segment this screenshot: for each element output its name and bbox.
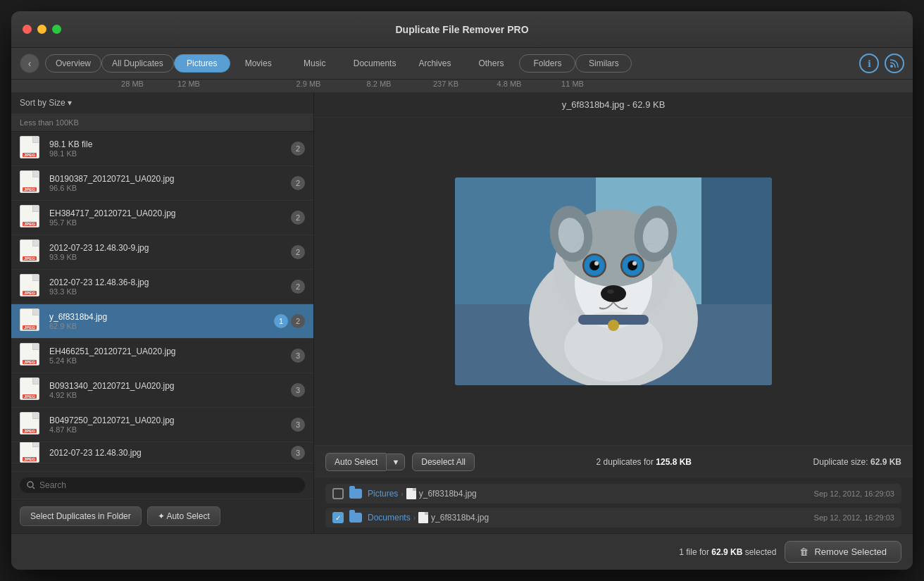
file-type-icon: JPEG xyxy=(20,136,42,161)
toolbar: ‹ Overview All Duplicates Pictures Movie… xyxy=(11,48,913,80)
file-size: 62.9 KB xyxy=(49,322,274,330)
file-name: B0190387_20120721_UA020.jpg xyxy=(49,174,291,184)
select-duplicates-button[interactable]: Select Duplicates in Folder xyxy=(20,506,142,526)
list-item[interactable]: JPEG 98.1 KB file 98.1 KB 2 xyxy=(11,132,313,166)
file-info: B0190387_20120721_UA020.jpg 96.6 KB xyxy=(49,174,291,192)
file-type-icon: JPEG xyxy=(20,239,42,265)
file-size: 93.9 KB xyxy=(49,253,291,261)
size-labels: 28 MB 12 MB 2.9 MB 8.2 MB 237 KB 4.8 MB … xyxy=(104,80,904,88)
list-item[interactable]: JPEG B0931340_20120721_UA020.jpg 4.92 KB… xyxy=(11,373,313,408)
size-pictures: 28 MB xyxy=(104,80,161,88)
file-size: 98.1 KB xyxy=(49,149,291,158)
location-row[interactable]: Pictures › y_6f8318b4.jpg Sep 12, 2012, … xyxy=(325,484,901,504)
auto-select-button[interactable]: ✦ Auto Select xyxy=(147,506,220,526)
size-music xyxy=(217,80,273,88)
duplicate-badge: 2 xyxy=(291,176,305,190)
size-folders: 4.8 MB xyxy=(477,80,541,88)
preview-header: y_6f8318b4.jpg - 62.9 KB xyxy=(314,92,913,118)
auto-select-button[interactable]: Auto Select xyxy=(325,453,386,471)
badge-selected: 1 xyxy=(274,314,288,328)
file-name: EH466251_20120721_UA020.jpg xyxy=(49,346,291,356)
rss-button[interactable] xyxy=(885,54,904,73)
file-info: y_6f8318b4.jpg 62.9 KB xyxy=(49,312,274,330)
file-list[interactable]: JPEG 98.1 KB file 98.1 KB 2 JPEG B019038… xyxy=(11,132,313,471)
file-size: 95.7 KB xyxy=(49,218,291,227)
file-type-icon: JPEG xyxy=(20,205,42,230)
size-similars: 11 MB xyxy=(541,80,604,88)
tab-music[interactable]: Music xyxy=(287,54,343,73)
location-date-1: Sep 12, 2012, 16:29:03 xyxy=(814,489,894,498)
sort-button[interactable]: Sort by Size ▾ xyxy=(20,98,305,108)
list-item[interactable]: JPEG 2012-07-23 12.48.30-9.jpg 93.9 KB 2 xyxy=(11,235,313,270)
search-icon xyxy=(27,481,35,489)
file-info: 98.1 KB file 98.1 KB xyxy=(49,139,291,158)
svg-point-21 xyxy=(594,261,599,265)
deselect-all-button[interactable]: Deselect All xyxy=(412,453,475,471)
status-bar: 1 file for 62.9 KB selected 🗑 Remove Sel… xyxy=(11,533,913,570)
location-checkbox-1[interactable] xyxy=(332,488,344,499)
file-info: EH466251_20120721_UA020.jpg 5.24 KB xyxy=(49,346,291,365)
remove-selected-button[interactable]: 🗑 Remove Selected xyxy=(785,541,901,563)
list-item[interactable]: JPEG B0497250_20120721_UA020.jpg 4.87 KB… xyxy=(11,408,313,442)
list-item-selected[interactable]: JPEG y_6f8318b4.jpg 62.9 KB 1 2 xyxy=(11,304,313,339)
auto-select-dropdown[interactable]: ▼ xyxy=(386,454,405,470)
file-info: EH384717_20120721_UA020.jpg 95.7 KB xyxy=(49,208,291,227)
list-item[interactable]: JPEG B0190387_20120721_UA020.jpg 96.6 KB… xyxy=(11,166,313,201)
file-type-icon: JPEG xyxy=(20,343,42,368)
duplicates-info: 2 duplicates for 125.8 KB xyxy=(482,457,806,467)
svg-point-0 xyxy=(890,65,893,68)
location-date-2: Sep 12, 2012, 16:29:03 xyxy=(814,513,894,522)
tab-folders[interactable]: Folders xyxy=(519,54,575,73)
duplicate-badge: 2 xyxy=(291,245,305,259)
size-documents: 2.9 MB xyxy=(273,80,344,88)
preview-area xyxy=(314,118,913,445)
file-info: 2012-07-23 12.48.30.jpg xyxy=(49,448,291,458)
tab-similars[interactable]: Similars xyxy=(575,54,632,73)
duplicate-controls: Auto Select ▼ Deselect All 2 duplicates … xyxy=(314,445,913,478)
svg-point-29 xyxy=(608,320,619,331)
main-content: Sort by Size ▾ Less than 100KB JPEG 98.1… xyxy=(11,92,913,533)
tab-documents[interactable]: Documents xyxy=(343,54,407,73)
duplicate-badge: 3 xyxy=(291,446,305,460)
size-others: 237 KB xyxy=(414,80,477,88)
tab-pictures[interactable]: Pictures xyxy=(174,54,230,73)
location-checkbox-2[interactable] xyxy=(332,512,344,523)
file-type-icon: JPEG xyxy=(20,274,42,299)
maximize-button[interactable] xyxy=(52,25,61,34)
duplicate-badge: 2 xyxy=(291,211,305,225)
minimize-button[interactable] xyxy=(37,25,46,34)
file-type-icon: JPEG xyxy=(20,170,42,196)
locations-list: Pictures › y_6f8318b4.jpg Sep 12, 2012, … xyxy=(314,478,913,533)
file-size: 4.87 KB xyxy=(49,425,291,434)
list-item[interactable]: JPEG 2012-07-23 12.48.36-8.jpg 93.3 KB 2 xyxy=(11,270,313,304)
file-doc-icon xyxy=(406,488,416,499)
file-info: 2012-07-23 12.48.36-8.jpg 93.3 KB xyxy=(49,277,291,296)
file-size: 4.92 KB xyxy=(49,391,291,399)
right-panel: y_6f8318b4.jpg - 62.9 KB xyxy=(314,92,913,533)
info-button[interactable]: ℹ xyxy=(859,54,879,73)
file-name: y_6f8318b4.jpg xyxy=(49,312,274,322)
tab-all-duplicates[interactable]: All Duplicates xyxy=(101,54,174,73)
location-row[interactable]: Documents › y_6f8318b4.jpg Sep 12, 2012,… xyxy=(325,508,901,527)
close-button[interactable] xyxy=(23,25,32,34)
tab-movies[interactable]: Movies xyxy=(230,54,287,73)
search-input[interactable] xyxy=(39,480,298,490)
tab-archives[interactable]: Archives xyxy=(406,54,463,73)
file-size: 96.6 KB xyxy=(49,184,291,192)
file-info: B0931340_20120721_UA020.jpg 4.92 KB xyxy=(49,381,291,399)
tab-others[interactable]: Others xyxy=(463,54,519,73)
tab-overview[interactable]: Overview xyxy=(45,54,101,73)
search-input-wrap[interactable] xyxy=(20,477,305,493)
list-item[interactable]: JPEG EH466251_20120721_UA020.jpg 5.24 KB… xyxy=(11,339,313,373)
app-window: Duplicate File Remover PRO ‹ Overview Al… xyxy=(11,11,913,570)
badge-group: 1 2 xyxy=(274,314,305,328)
size-row: 28 MB 12 MB 2.9 MB 8.2 MB 237 KB 4.8 MB … xyxy=(11,80,913,92)
svg-point-26 xyxy=(607,289,614,294)
file-type-icon: JPEG xyxy=(20,308,42,334)
back-button[interactable]: ‹ xyxy=(20,54,39,73)
list-item[interactable]: JPEG 2012-07-23 12.48.30.jpg 3 xyxy=(11,442,313,463)
breadcrumb-1: Pictures › y_6f8318b4.jpg xyxy=(368,488,808,499)
list-item[interactable]: JPEG EH384717_20120721_UA020.jpg 95.7 KB… xyxy=(11,201,313,235)
file-name: EH384717_20120721_UA020.jpg xyxy=(49,208,291,218)
file-name: 98.1 KB file xyxy=(49,139,291,149)
